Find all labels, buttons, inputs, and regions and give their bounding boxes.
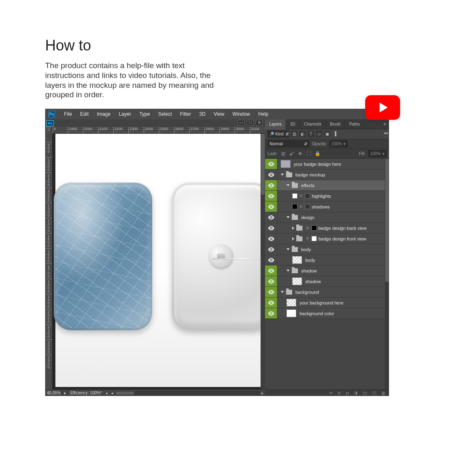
- menu-3d[interactable]: 3D: [195, 109, 209, 119]
- minimize-button[interactable]: —: [238, 120, 245, 126]
- doc-info-button[interactable]: ▸: [63, 391, 68, 395]
- filter-shape-icon[interactable]: ▱: [316, 131, 322, 137]
- layer-mask-icon[interactable]: ◘: [346, 391, 349, 396]
- lock-trans-icon[interactable]: ▥: [280, 151, 286, 157]
- layer-row[interactable]: body: [265, 244, 385, 255]
- opacity-input[interactable]: 100% ▾: [330, 140, 348, 147]
- layer-name-label[interactable]: design: [301, 215, 314, 220]
- layer-name-label[interactable]: highlights: [312, 194, 331, 199]
- panel-menu-icon[interactable]: ≡: [381, 119, 389, 129]
- layer-row[interactable]: your background here: [265, 298, 385, 308]
- layer-row[interactable]: shadow: [265, 265, 385, 276]
- lock-nest-icon[interactable]: ⛶: [306, 151, 312, 157]
- chevron-down-icon[interactable]: [286, 184, 290, 186]
- fill-input[interactable]: 100% ▾: [368, 150, 387, 157]
- ruler-vertical[interactable]: 09 0 01 0 0 01 1 0 01 2 0 01 3 0 01 4 0 …: [45, 127, 53, 389]
- lock-pixels-icon[interactable]: 🖌: [289, 151, 295, 157]
- layer-name-label[interactable]: badge mockup: [295, 172, 325, 177]
- scrollbar-track[interactable]: [115, 391, 259, 395]
- new-layer-icon[interactable]: ◰: [372, 390, 376, 396]
- layers-scrollbar[interactable]: [385, 159, 389, 389]
- menu-type[interactable]: Type: [135, 109, 154, 119]
- filter-pixel-icon[interactable]: ▥: [291, 131, 298, 137]
- visibility-toggle[interactable]: [265, 233, 277, 244]
- layer-name-label[interactable]: shadows: [312, 204, 330, 209]
- scrollbar-thumb[interactable]: [261, 134, 265, 195]
- layer-row[interactable]: body: [265, 255, 385, 265]
- menu-layer[interactable]: Layer: [114, 109, 135, 119]
- visibility-toggle[interactable]: [265, 265, 277, 276]
- filter-smart-icon[interactable]: ▣: [324, 131, 330, 137]
- visibility-toggle[interactable]: [265, 255, 277, 265]
- visibility-toggle[interactable]: [265, 212, 277, 222]
- chevron-down-icon[interactable]: [286, 216, 290, 218]
- menu-filter[interactable]: Filter: [176, 109, 195, 119]
- layer-name-label[interactable]: your badge design here: [294, 162, 341, 167]
- tab-layers[interactable]: Layers: [265, 119, 286, 129]
- layer-row[interactable]: ⎘badge design front view: [265, 233, 385, 244]
- menu-file[interactable]: File: [60, 109, 76, 119]
- visibility-toggle[interactable]: [265, 180, 277, 190]
- canvas-viewport[interactable]: [53, 134, 261, 389]
- layer-name-label[interactable]: your background here: [300, 300, 343, 305]
- layer-row[interactable]: ⎘badge design back view: [265, 223, 385, 233]
- menu-view[interactable]: View: [210, 109, 229, 119]
- lock-all-icon[interactable]: 🔒: [315, 151, 320, 157]
- layer-row[interactable]: background color: [265, 308, 385, 319]
- tab-paths[interactable]: Paths: [345, 119, 364, 129]
- scroll-left-icon[interactable]: ◂: [110, 391, 114, 395]
- menu-help[interactable]: Help: [254, 109, 272, 119]
- menu-image[interactable]: Image: [93, 109, 114, 119]
- scroll-left-icon[interactable]: ▸: [105, 391, 110, 395]
- ruler-horizontal[interactable]: 0190020002100220023002400250026002700280…: [53, 127, 265, 134]
- layer-name-label[interactable]: badge design front view: [318, 236, 366, 241]
- tab-channels[interactable]: Channels: [300, 119, 326, 129]
- close-button[interactable]: ✕: [256, 120, 263, 126]
- layer-filter-select[interactable]: 🔎 Kind ⇵: [268, 130, 289, 137]
- visibility-toggle[interactable]: [265, 191, 277, 201]
- visibility-toggle[interactable]: [265, 287, 277, 297]
- document-tab-icon[interactable]: Ps: [46, 120, 54, 126]
- chevron-down-icon[interactable]: [281, 174, 284, 176]
- layer-row[interactable]: design: [265, 212, 385, 223]
- layer-row[interactable]: background: [265, 287, 385, 298]
- canvas-scrollbar-vertical[interactable]: [261, 134, 265, 389]
- chevron-down-icon[interactable]: [281, 291, 284, 293]
- blend-mode-select[interactable]: Normal ⇵: [268, 140, 309, 147]
- visibility-toggle[interactable]: [265, 223, 277, 233]
- visibility-toggle[interactable]: [265, 276, 277, 286]
- chevron-down-icon[interactable]: [286, 248, 290, 250]
- layer-row[interactable]: effects: [265, 180, 385, 191]
- canvas-scrollbar-horizontal[interactable]: ▸ ◂ ▸: [105, 391, 265, 395]
- chevron-right-icon[interactable]: [292, 227, 294, 230]
- filter-type-icon[interactable]: T: [308, 131, 314, 137]
- maximize-button[interactable]: □: [247, 120, 254, 126]
- panel-collapse-icon[interactable]: ◂◂: [384, 131, 388, 135]
- menu-select[interactable]: Select: [154, 109, 176, 119]
- layer-row[interactable]: ⎘shadows: [265, 201, 385, 212]
- new-group-icon[interactable]: 🗀: [363, 391, 367, 396]
- link-layers-icon[interactable]: ⇔: [329, 390, 333, 396]
- layer-name-label[interactable]: background color: [300, 311, 334, 316]
- visibility-toggle[interactable]: [265, 308, 277, 318]
- menu-edit[interactable]: Edit: [76, 109, 93, 119]
- chevron-right-icon[interactable]: [292, 237, 294, 240]
- zoom-display[interactable]: 40,05%: [45, 391, 63, 395]
- scroll-right-icon[interactable]: ▸: [260, 391, 264, 395]
- chevron-down-icon[interactable]: [286, 270, 290, 272]
- tab-3d[interactable]: 3D: [286, 119, 300, 129]
- layer-row[interactable]: your badge design here: [265, 159, 385, 169]
- delete-layer-icon[interactable]: 🗑: [381, 391, 386, 396]
- tab-brush[interactable]: Brush: [326, 119, 345, 129]
- filter-toggle-icon[interactable]: ▌: [333, 131, 339, 137]
- visibility-toggle[interactable]: [265, 159, 277, 169]
- layer-list[interactable]: your badge design herebadge mockupeffect…: [265, 159, 385, 389]
- filter-adjust-icon[interactable]: ◐: [300, 131, 306, 137]
- layer-name-label[interactable]: badge design back view: [318, 226, 366, 231]
- layer-name-label[interactable]: body: [301, 247, 311, 252]
- youtube-button[interactable]: [365, 95, 400, 120]
- layer-name-label[interactable]: shadow: [305, 279, 321, 284]
- adjustment-layer-icon[interactable]: ◑: [354, 390, 358, 396]
- scrollbar-thumb[interactable]: [116, 391, 134, 395]
- layer-row[interactable]: ⎘highlights: [265, 191, 385, 201]
